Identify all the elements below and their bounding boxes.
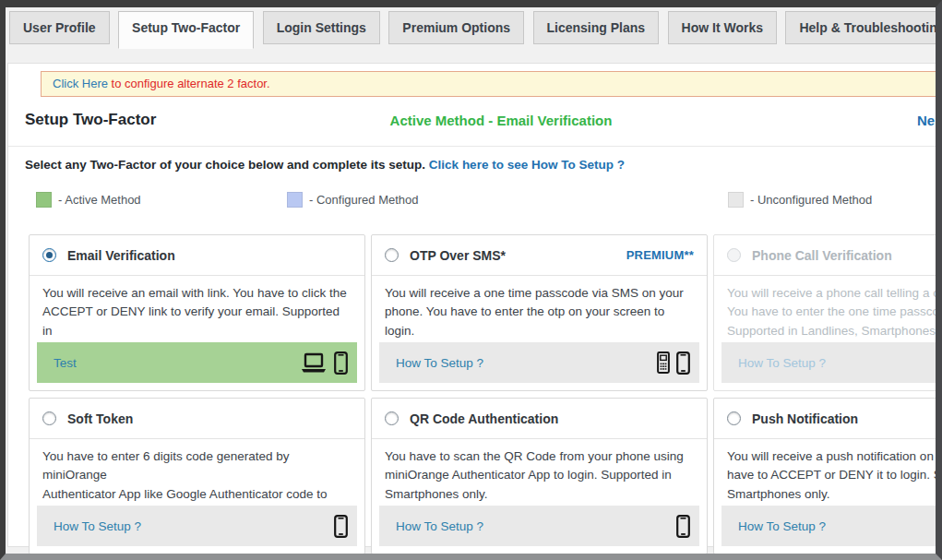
supported-device-icons [334, 515, 348, 538]
how-to-setup-link[interactable]: How To Setup ? [738, 519, 826, 533]
card-description: You have to scan the QR Code from your p… [372, 439, 707, 504]
card-header: Push Notification [714, 399, 936, 439]
method-card-phone-call-verification: Phone Call Verification You will receive… [713, 234, 936, 391]
card-footer: How To Setup ? [379, 506, 699, 546]
notice-banner: Click Here to configure alternate 2 fact… [41, 71, 936, 97]
content-panel: Click Here to configure alternate 2 fact… [7, 63, 936, 547]
smartphone-icon [676, 515, 690, 538]
radio-otp-over-sms[interactable] [385, 248, 399, 262]
method-card-grid: Email Verification You will receive an e… [29, 234, 936, 554]
heading-row: Setup Two-Factor Active Method - Email V… [8, 111, 936, 135]
admin-page: User Profile Setup Two-Factor Login Sett… [6, 7, 936, 554]
divider [8, 146, 936, 147]
how-to-setup-link[interactable]: How To Setup ? [396, 519, 483, 533]
premium-badge[interactable]: PREMIUM** [626, 248, 694, 262]
card-header: Phone Call Verification [714, 235, 936, 276]
method-card-push-notification: Push Notification You will receive a pus… [713, 398, 936, 554]
card-footer: How To Setup ? [379, 342, 699, 383]
card-footer: How To Setup ? [37, 506, 357, 546]
supported-device-icons [300, 351, 348, 375]
tab-how-it-works[interactable]: How It Works [668, 11, 777, 44]
method-card-email-verification: Email Verification You will receive an e… [29, 234, 365, 391]
test-link[interactable]: Test [54, 356, 77, 370]
legend-active-method: - Active Method [36, 192, 141, 208]
supported-device-icons [676, 515, 690, 538]
smartphone-icon [676, 351, 690, 375]
card-title: Soft Token [67, 411, 133, 426]
card-footer: How To Setup ? [721, 506, 936, 546]
legend-label: - Active Method [58, 193, 141, 207]
radio-email-verification[interactable] [42, 248, 56, 262]
method-card-otp-over-sms: OTP Over SMS* PREMIUM** You will receive… [371, 234, 708, 391]
tab-premium-options[interactable]: Premium Options [388, 11, 524, 44]
how-to-setup-link[interactable]: Click here to see How To Setup ? [429, 158, 625, 172]
card-header: OTP Over SMS* PREMIUM** [372, 235, 707, 276]
method-card-soft-token: Soft Token You have to enter 6 digits co… [29, 398, 365, 554]
how-to-setup-link[interactable]: How To Setup ? [54, 519, 141, 533]
supported-device-icons [657, 351, 690, 375]
legend: - Active Method - Configured Method - Un… [8, 192, 936, 210]
header-right-link[interactable]: Ne [917, 113, 935, 128]
configured-method-swatch [287, 192, 303, 208]
tab-bar: User Profile Setup Two-Factor Login Sett… [6, 7, 936, 49]
window-frame: User Profile Setup Two-Factor Login Sett… [0, 0, 942, 560]
smartphone-icon [334, 515, 348, 538]
active-method-swatch [36, 192, 52, 208]
card-title: Email Verification [67, 248, 175, 263]
card-footer: Test [37, 342, 357, 383]
card-title: QR Code Authentication [410, 411, 558, 426]
radio-qr-code-authentication[interactable] [385, 411, 399, 425]
tab-help-troubleshooting[interactable]: Help & Troubleshooting [785, 11, 936, 44]
notice-message: to configure alternate 2 factor. [112, 77, 270, 90]
active-method-label: Active Method - Email Verification [8, 113, 936, 128]
legend-label: - Unconfigured Method [750, 193, 872, 207]
card-header: QR Code Authentication [372, 399, 707, 439]
intro-text: Select any Two-Factor of your choice bel… [25, 158, 425, 172]
click-here-link[interactable]: Click Here [53, 77, 108, 90]
card-title: Phone Call Verification [752, 248, 892, 263]
card-title: Push Notification [752, 411, 858, 426]
card-footer: How To Setup ? [721, 342, 936, 383]
card-title: OTP Over SMS* [410, 248, 506, 263]
laptop-icon [300, 352, 328, 374]
card-description: You will receive a phone call telling a … [714, 276, 936, 340]
radio-phone-call-verification [727, 248, 741, 262]
legend-unconfigured-method: - Unconfigured Method [728, 192, 872, 208]
legend-label: - Configured Method [309, 193, 419, 207]
card-header: Email Verification [30, 235, 364, 276]
tab-login-settings[interactable]: Login Settings [263, 11, 380, 44]
card-description: You have to enter 6 digits code generate… [30, 439, 364, 506]
tab-setup-two-factor[interactable]: Setup Two-Factor [118, 11, 254, 49]
card-description: You will receive a one time passcode via… [372, 276, 707, 342]
how-to-setup-link[interactable]: How To Setup ? [396, 356, 483, 370]
tab-user-profile[interactable]: User Profile [9, 11, 110, 44]
how-to-setup-link: How To Setup ? [738, 356, 826, 370]
card-header: Soft Token [30, 399, 364, 439]
card-description: You will receive an email with link. You… [30, 276, 364, 342]
tab-licensing-plans[interactable]: Licensing Plans [533, 11, 660, 44]
unconfigured-method-swatch [728, 192, 744, 208]
smartphone-icon [334, 351, 348, 375]
card-description: You will receive a push notification on … [714, 439, 936, 504]
feature-phone-icon [657, 351, 670, 374]
radio-soft-token[interactable] [42, 411, 56, 425]
method-card-qr-code-authentication: QR Code Authentication You have to scan … [371, 398, 708, 554]
intro-line: Select any Two-Factor of your choice bel… [25, 158, 936, 172]
legend-configured-method: - Configured Method [287, 192, 419, 208]
radio-push-notification[interactable] [727, 411, 741, 425]
